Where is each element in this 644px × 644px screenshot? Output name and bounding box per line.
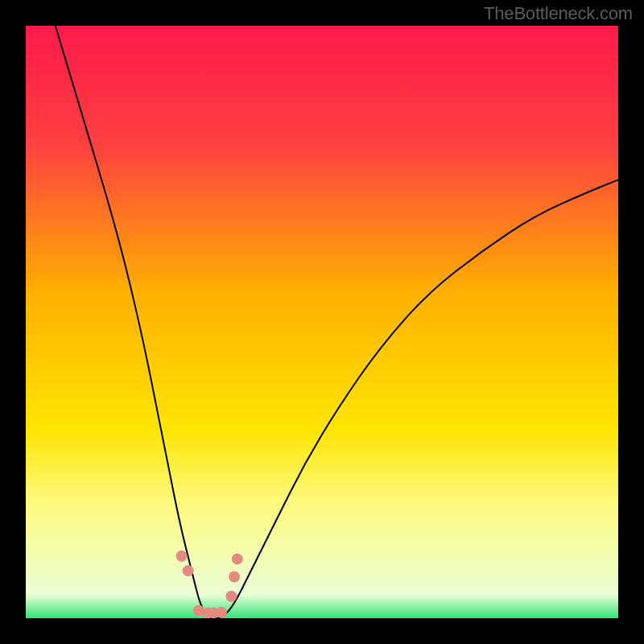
marker-dot [229, 571, 240, 582]
bottleneck-chart [26, 26, 618, 618]
marker-dot [183, 565, 194, 576]
marker-dot [216, 607, 227, 618]
marker-dot [225, 591, 237, 602]
marker-dot [176, 551, 188, 562]
gradient-background [26, 26, 618, 618]
marker-dot [193, 605, 204, 616]
chart-frame [26, 26, 618, 618]
marker-dot [232, 553, 243, 564]
watermark-text: TheBottleneck.com [484, 3, 633, 24]
